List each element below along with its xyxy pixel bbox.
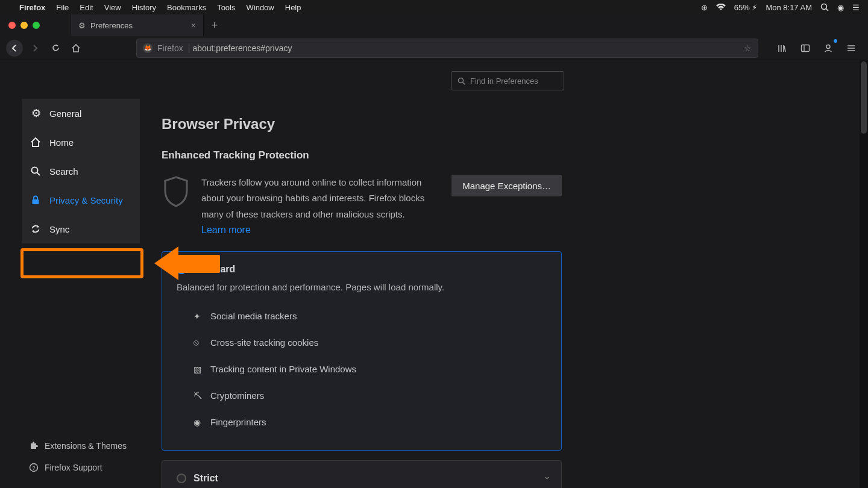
- annotation-arrow-body: [178, 255, 220, 273]
- bookmark-star-icon[interactable]: ☆: [744, 43, 752, 53]
- account-icon[interactable]: [820, 40, 837, 57]
- feature-item: ▧Tracking content in Private Windows: [193, 356, 547, 383]
- find-in-preferences-input[interactable]: Find in Preferences: [451, 71, 564, 90]
- footer-label: Firefox Support: [45, 463, 102, 472]
- sidebar-item-search[interactable]: Search: [22, 157, 140, 186]
- close-tab-button[interactable]: ×: [191, 20, 196, 30]
- sync-icon: [30, 224, 42, 234]
- menu-window[interactable]: Window: [247, 3, 274, 12]
- nav-toolbar: 🦊 Firefox | about:preferences#privacy ☆: [0, 36, 868, 60]
- svg-point-0: [822, 4, 827, 10]
- svg-text:?: ?: [32, 465, 35, 471]
- home-button[interactable]: [68, 40, 84, 57]
- search-icon: [30, 166, 42, 177]
- footer-label: Extensions & Themes: [45, 441, 127, 451]
- menu-help[interactable]: Help: [285, 3, 301, 12]
- svg-line-11: [463, 82, 465, 84]
- cryptominer-icon: ⛏: [193, 391, 203, 401]
- menu-history[interactable]: History: [132, 3, 156, 12]
- new-tab-button[interactable]: +: [204, 19, 225, 32]
- social-tracker-icon: ✦: [193, 311, 203, 321]
- search-placeholder: Find in Preferences: [470, 77, 538, 86]
- svg-line-6: [37, 173, 40, 176]
- tab-title: Preferences: [90, 21, 133, 30]
- wifi-icon[interactable]: [716, 4, 726, 11]
- svg-rect-7: [33, 199, 39, 204]
- vertical-scrollbar[interactable]: [860, 60, 868, 488]
- fingerprint-icon: ◉: [193, 418, 203, 427]
- menu-tools[interactable]: Tools: [217, 3, 235, 12]
- shield-icon: [162, 175, 190, 206]
- card-description: Balanced for protection and performance.…: [177, 282, 547, 292]
- preferences-main-pane: Find in Preferences Browser Privacy Enha…: [162, 60, 583, 488]
- feature-item: ⛏Cryptominers: [193, 383, 547, 409]
- sidebar-toggle-icon[interactable]: [797, 40, 814, 57]
- url-bar[interactable]: 🦊 Firefox | about:preferences#privacy ☆: [136, 39, 758, 58]
- zoom-window-button[interactable]: [33, 22, 40, 29]
- library-icon[interactable]: [774, 40, 791, 57]
- sidebar-item-label: Sync: [49, 224, 69, 234]
- radio-strict[interactable]: [177, 474, 186, 483]
- svg-rect-2: [802, 45, 810, 51]
- question-icon: ?: [29, 463, 39, 472]
- protection-level-standard-card[interactable]: Standard Balanced for protection and per…: [162, 251, 562, 451]
- status-icon[interactable]: ⊕: [701, 3, 708, 12]
- url-text: about:preferences#privacy: [192, 43, 292, 53]
- svg-point-4: [826, 45, 830, 48]
- firefox-icon: 🦊: [143, 43, 153, 53]
- svg-line-1: [826, 9, 829, 11]
- sidebar-item-sync[interactable]: Sync: [22, 214, 140, 243]
- feature-item: ◉Fingerprinters: [193, 409, 547, 436]
- annotation-arrow-icon: [154, 246, 178, 280]
- control-center-icon[interactable]: ☰: [852, 3, 860, 12]
- menu-edit[interactable]: Edit: [80, 3, 93, 12]
- minimize-window-button[interactable]: [20, 22, 28, 29]
- gear-icon: ⚙: [78, 21, 86, 30]
- preferences-sidebar: ⚙ General Home Search Privacy & Securit: [0, 60, 140, 488]
- hamburger-menu-icon[interactable]: [843, 40, 860, 57]
- tab-preferences[interactable]: ⚙ Preferences ×: [71, 14, 204, 36]
- siri-icon[interactable]: ◉: [837, 3, 844, 12]
- menu-bookmarks[interactable]: Bookmarks: [167, 3, 206, 12]
- svg-point-10: [459, 78, 464, 83]
- clock[interactable]: Mon 8:17 AM: [766, 3, 812, 12]
- search-icon: [458, 77, 465, 85]
- tab-strip: ⚙ Preferences × +: [0, 14, 868, 36]
- sidebar-extensions-themes[interactable]: Extensions & Themes: [29, 435, 140, 457]
- spotlight-icon[interactable]: [820, 3, 829, 11]
- sidebar-item-privacy-security[interactable]: Privacy & Security: [22, 186, 140, 214]
- tracking-blurb-text: Trackers follow you around online to col…: [201, 175, 436, 222]
- sidebar-item-label: Search: [49, 166, 78, 177]
- forward-button[interactable]: [27, 40, 43, 57]
- cookie-icon: ⦸: [193, 337, 203, 348]
- sidebar-item-label: Privacy & Security: [49, 195, 123, 205]
- manage-exceptions-button[interactable]: Manage Exceptions…: [451, 175, 562, 196]
- puzzle-icon: [29, 441, 39, 451]
- sidebar-firefox-support[interactable]: ? Firefox Support: [29, 457, 140, 478]
- back-button[interactable]: [6, 40, 23, 57]
- window-controls: [0, 22, 48, 29]
- card-title: Strict: [193, 473, 218, 484]
- feature-item: ⦸Cross-site tracking cookies: [193, 330, 547, 356]
- gear-icon: ⚙: [30, 107, 42, 120]
- section-title: Enhanced Tracking Protection: [162, 149, 583, 161]
- lock-icon: [30, 195, 42, 205]
- reload-button[interactable]: [47, 40, 64, 57]
- menu-view[interactable]: View: [104, 3, 121, 12]
- chevron-down-icon: ⌄: [544, 472, 550, 481]
- protection-level-strict-card[interactable]: Strict Stronger protection, but may caus…: [162, 460, 562, 488]
- sidebar-item-label: General: [49, 108, 81, 119]
- menu-file[interactable]: File: [56, 3, 69, 12]
- page-title: Browser Privacy: [162, 116, 583, 133]
- sidebar-item-home[interactable]: Home: [22, 128, 140, 157]
- battery-status[interactable]: 65% ⚡︎: [734, 3, 758, 12]
- close-window-button[interactable]: [8, 22, 16, 29]
- sidebar-item-general[interactable]: ⚙ General: [22, 99, 140, 128]
- scrollbar-thumb[interactable]: [861, 61, 867, 134]
- preferences-content: ⚙ General Home Search Privacy & Securit: [0, 60, 868, 488]
- feature-item: ✦Social media trackers: [193, 303, 547, 330]
- home-icon: [30, 137, 42, 148]
- learn-more-link[interactable]: Learn more: [201, 225, 251, 236]
- sidebar-item-label: Home: [49, 137, 74, 148]
- menu-app-name[interactable]: Firefox: [19, 3, 45, 12]
